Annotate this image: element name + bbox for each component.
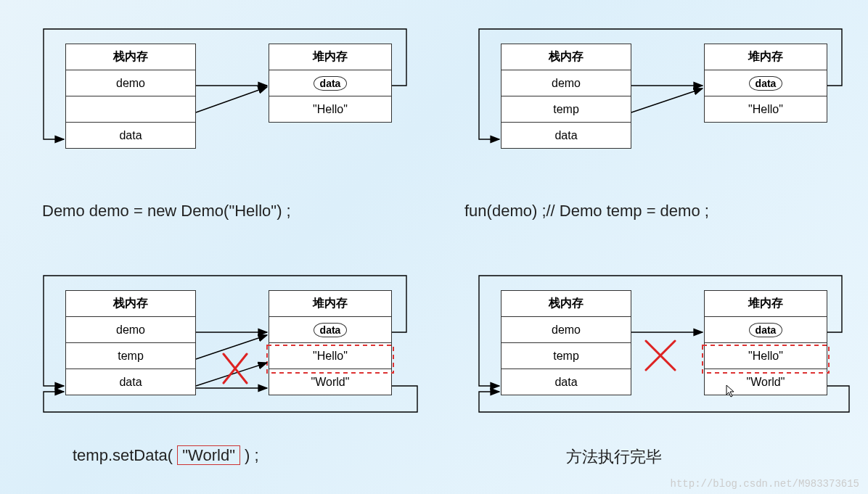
stack-cell: data <box>66 369 196 395</box>
stack-cell: demo <box>66 70 196 96</box>
caption-top-left: Demo demo = new Demo("Hello") ; <box>42 202 291 221</box>
stack-table: 栈内存 demo temp data <box>501 44 631 149</box>
caption-prefix: temp.setData( <box>73 446 177 464</box>
svg-line-1 <box>224 354 247 383</box>
panel-top-left: 栈内存 demo data 堆内存 data "Hello" <box>29 22 421 210</box>
caption-bottom-left: temp.setData( "World" ) ; <box>73 446 259 465</box>
heap-table: 堆内存 data "Hello" "World" <box>704 290 827 395</box>
heap-header: 堆内存 <box>705 44 827 70</box>
caption-bottom-right: 方法执行完毕 <box>566 446 662 468</box>
stack-cell: demo <box>66 317 196 343</box>
stack-cell: data <box>66 123 196 149</box>
stack-header: 栈内存 <box>66 44 196 70</box>
heap-cell-hello: "Hello" <box>269 343 392 369</box>
stack-cell: data <box>501 123 631 149</box>
heap-cell-hello: "Hello" <box>705 343 827 369</box>
caption-top-right: fun(demo) ;// Demo temp = demo ; <box>464 202 709 221</box>
stack-cell: temp <box>501 343 631 369</box>
panel-top-right: 栈内存 demo temp data 堆内存 data "Hello" <box>464 22 856 210</box>
heap-cell: data <box>269 70 392 96</box>
heap-header: 堆内存 <box>705 291 827 317</box>
panel-bottom-right: 栈内存 demo temp data 堆内存 data "Hello" "Wor… <box>464 268 864 479</box>
data-badge: data <box>314 323 348 337</box>
stack-cell: data <box>501 369 631 395</box>
data-badge: data <box>314 76 348 91</box>
svg-line-4 <box>646 341 675 370</box>
stack-header: 栈内存 <box>501 291 631 317</box>
heap-header: 堆内存 <box>269 44 392 70</box>
heap-cell: data <box>705 70 827 96</box>
heap-header: 堆内存 <box>269 291 392 317</box>
caption-highlight: "World" <box>177 445 240 465</box>
heap-table: 堆内存 data "Hello" "World" <box>269 290 392 395</box>
heap-cell: "Hello" <box>269 96 392 123</box>
stack-table: 栈内存 demo temp data <box>501 290 631 395</box>
heap-table: 堆内存 data "Hello" <box>704 44 827 123</box>
watermark: http://blog.csdn.net/M983373615 <box>671 478 859 490</box>
stack-cell: temp <box>66 343 196 369</box>
stack-cell <box>66 96 196 123</box>
stack-cell: temp <box>501 96 631 123</box>
svg-line-2 <box>224 354 247 383</box>
caption-suffix: ) ; <box>240 446 259 464</box>
heap-cell-world: "World" <box>705 369 827 395</box>
stack-cell: demo <box>501 317 631 343</box>
svg-line-5 <box>646 341 675 370</box>
stack-table: 栈内存 demo temp data <box>65 290 196 395</box>
cursor-icon <box>726 384 736 398</box>
stack-header: 栈内存 <box>66 291 196 317</box>
stack-header: 栈内存 <box>501 44 631 70</box>
stack-cell: demo <box>501 70 631 96</box>
heap-cell: data <box>269 317 392 343</box>
data-badge: data <box>749 323 783 337</box>
stack-table: 栈内存 demo data <box>65 44 196 149</box>
data-badge: data <box>749 76 783 91</box>
heap-cell: "Hello" <box>705 96 827 123</box>
heap-cell: data <box>705 317 827 343</box>
heap-cell-world: "World" <box>269 369 392 395</box>
heap-table: 堆内存 data "Hello" <box>269 44 392 123</box>
